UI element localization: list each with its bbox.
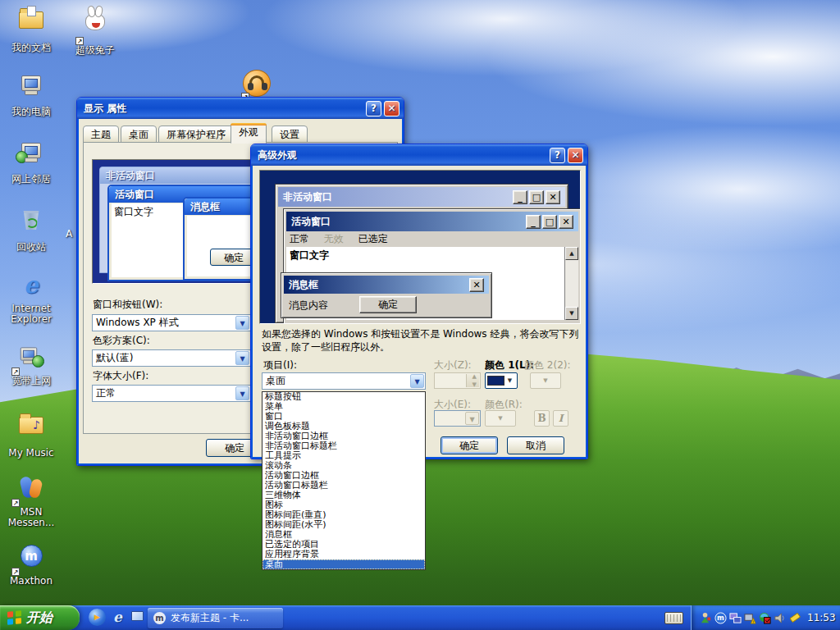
dropdown-item[interactable]: 调色板标题 <box>262 422 425 431</box>
minimize-icon[interactable]: _ <box>513 190 527 204</box>
quick-launch-ie-icon[interactable] <box>109 609 126 626</box>
scroll-up-icon[interactable]: ▲ <box>565 247 578 260</box>
taskbar-task-button[interactable]: m 发布新主题 - 卡... <box>148 608 283 628</box>
help-button[interactable]: ? <box>550 148 565 163</box>
desktop-icon-my-documents[interactable]: 我的文档 <box>3 3 59 53</box>
desktop-icon-my-music[interactable]: My Music <box>3 409 59 459</box>
dropdown-item[interactable]: 非活动窗口标题栏 <box>262 441 425 451</box>
chevron-down-icon[interactable] <box>235 351 249 365</box>
preview-msgbox-text[interactable]: 消息内容 <box>289 299 328 313</box>
item-combo[interactable]: 桌面 <box>262 372 426 390</box>
dropdown-item[interactable]: 窗口 <box>262 412 425 422</box>
italic-button: I <box>553 410 568 427</box>
advanced-dialog-titlebar[interactable]: 高级外观 ? ✕ <box>251 144 587 166</box>
chevron-down-icon[interactable] <box>504 377 515 384</box>
tray-antivirus-globe-icon[interactable] <box>759 612 771 624</box>
desktop-icon-network-places[interactable]: 网上邻居 <box>3 138 59 185</box>
dropdown-item[interactable]: 活动窗口标题栏 <box>262 481 425 491</box>
quick-launch-media-player-icon[interactable] <box>89 609 106 626</box>
menu-item-selected[interactable]: 已选定 <box>358 233 388 244</box>
chevron-down-icon[interactable] <box>235 386 249 400</box>
advanced-preview-desktop[interactable]: 非活动窗口 _ □ ✕ 活动窗口 _ □ ✕ 正常 无效 已选定 <box>259 170 581 324</box>
chevron-down-icon <box>487 415 514 422</box>
taskbar-clock[interactable]: 11:53 <box>807 612 836 623</box>
maximize-icon[interactable]: □ <box>529 190 544 204</box>
dropdown-item[interactable]: 图标间距(垂直) <box>262 510 425 520</box>
tray-volume-icon[interactable] <box>774 612 786 624</box>
dropdown-item[interactable]: 图标 <box>262 500 425 510</box>
dropdown-item[interactable]: 工具提示 <box>262 451 425 461</box>
icon-label: 我的文档 <box>3 43 59 53</box>
chevron-down-icon[interactable] <box>410 374 424 388</box>
preview-message-box[interactable]: 消息框 ✕ 消息内容 确定 <box>281 272 492 318</box>
preview-msgbox-ok-button[interactable]: 确定 <box>359 296 417 313</box>
menu-item-disabled[interactable]: 无效 <box>324 233 344 244</box>
tray-maxthon-icon[interactable]: m <box>714 612 727 624</box>
cancel-button[interactable]: 取消 <box>507 436 564 454</box>
desktop-icon-super-rabbit[interactable]: 超级兔子 <box>67 3 123 56</box>
close-icon[interactable]: ✕ <box>546 190 560 204</box>
close-icon[interactable]: ✕ <box>469 278 484 292</box>
windows-buttons-label: 窗口和按钮(W): <box>93 298 162 312</box>
ok-button[interactable]: 确定 <box>441 436 498 454</box>
tray-network-icon[interactable] <box>729 612 742 624</box>
tray-person-icon[interactable] <box>700 612 712 624</box>
dialog-title: 显示 属性 <box>81 102 363 116</box>
tab-appearance[interactable]: 外观 <box>231 123 267 144</box>
quick-launch-show-desktop-icon[interactable] <box>129 609 146 626</box>
menu-item-normal[interactable]: 正常 <box>290 233 309 244</box>
color1-picker[interactable] <box>485 372 518 389</box>
preview-active-title[interactable]: 活动窗口 <box>291 215 524 229</box>
minimize-icon[interactable]: _ <box>526 215 541 229</box>
dropdown-item[interactable]: 非活动窗口边框 <box>262 431 425 441</box>
dropdown-item[interactable]: 菜单 <box>262 402 425 412</box>
screen: 我的文档 超级兔子 我的电脑 网上邻居 回收站 Internet Explore… <box>0 0 840 630</box>
font-size-combo[interactable]: 正常 <box>92 385 251 402</box>
dropdown-item[interactable]: 活动窗口边框 <box>262 471 425 481</box>
desktop-icon-my-computer[interactable]: 我的电脑 <box>3 71 59 117</box>
language-keyboard-icon[interactable] <box>664 612 683 624</box>
close-icon[interactable]: ✕ <box>559 215 573 229</box>
preview-scrollbar[interactable]: ▲ ▼ <box>564 247 578 320</box>
dropdown-item[interactable]: 应用程序背景 <box>262 550 425 559</box>
dropdown-item[interactable]: 消息框 <box>262 530 425 540</box>
maximize-icon[interactable]: □ <box>542 215 557 229</box>
desktop-icon-msn-messenger[interactable]: MSN Messen... <box>3 472 59 528</box>
ie-icon <box>3 272 59 302</box>
tab-themes[interactable]: 主题 <box>83 126 119 143</box>
dropdown-item-selected[interactable]: 桌面 <box>262 559 425 569</box>
desktop-icon-recycle-bin[interactable]: 回收站 <box>3 205 59 253</box>
tray-ime-pen-icon[interactable] <box>788 612 801 624</box>
preview-msgbox-title[interactable]: 消息框 <box>289 278 468 292</box>
start-button[interactable]: 开始 <box>0 605 80 630</box>
chevron-down-icon[interactable] <box>235 316 249 330</box>
icon-label: My Music <box>3 448 59 459</box>
display-dialog-titlebar[interactable]: 显示 属性 ? ✕ <box>77 98 404 119</box>
bold-button: B <box>534 410 550 427</box>
dropdown-item[interactable]: 三维物体 <box>262 491 425 500</box>
dropdown-item[interactable]: 滚动条 <box>262 461 425 471</box>
help-button[interactable]: ? <box>366 101 381 116</box>
close-button[interactable]: ✕ <box>568 148 583 163</box>
preview-inactive-title[interactable]: 非活动窗口 <box>283 190 511 204</box>
dropdown-item[interactable]: 标题按钮 <box>262 392 425 402</box>
tray-alert-monitor-icon[interactable]: ! <box>744 612 756 624</box>
desktop-icon-broadband[interactable]: 宽带上网 <box>3 341 59 386</box>
preview-window-text[interactable]: 窗口文字 <box>290 249 329 262</box>
preview-menubar[interactable]: 正常 无效 已选定 <box>286 231 578 247</box>
dropdown-item[interactable]: 图标间距(水平) <box>262 520 425 530</box>
chevron-down-icon <box>532 377 559 384</box>
font-size-combo <box>434 410 481 427</box>
color-scheme-combo[interactable]: 默认(蓝) <box>92 349 251 367</box>
desktop-icon-internet-explorer[interactable]: Internet Explorer <box>3 271 59 325</box>
dropdown-item[interactable]: 已选定的项目 <box>262 540 425 550</box>
scroll-down-icon[interactable]: ▼ <box>565 307 578 320</box>
close-button[interactable]: ✕ <box>384 101 399 116</box>
shortcut-arrow-icon <box>11 568 20 576</box>
windows-buttons-combo[interactable]: Windows XP 样式 <box>92 314 251 331</box>
desktop-icon-maxthon[interactable]: Maxthon <box>3 541 59 587</box>
tab-desktop[interactable]: 桌面 <box>121 126 157 143</box>
tab-settings[interactable]: 设置 <box>272 126 308 143</box>
desktop-icon-headphones[interactable] <box>243 70 271 99</box>
tab-screensaver[interactable]: 屏幕保护程序 <box>158 126 234 143</box>
